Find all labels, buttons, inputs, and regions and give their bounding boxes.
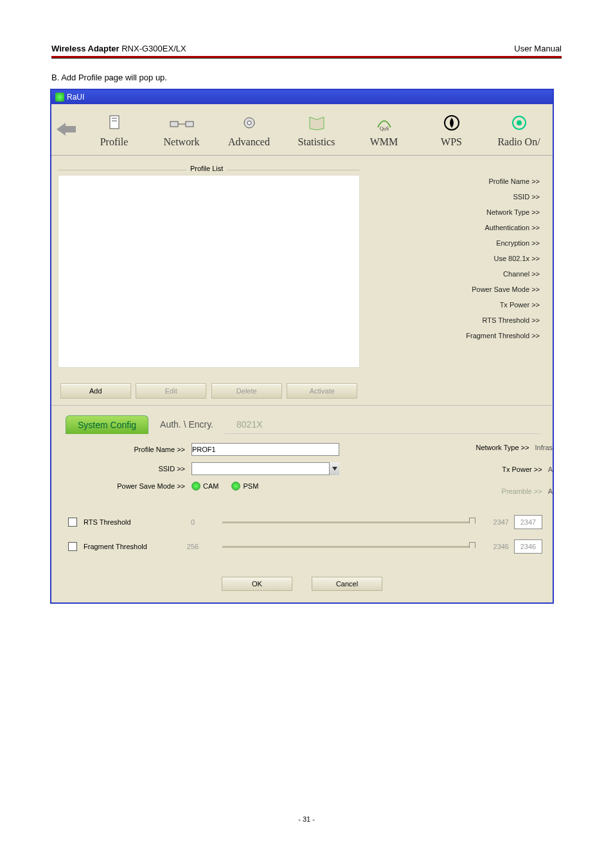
tab-wmm[interactable]: QoS WMM — [350, 112, 418, 148]
svg-text:QoS: QoS — [380, 126, 389, 131]
profile-list-box[interactable] — [58, 175, 360, 368]
network-type-label: Network Type >> — [475, 444, 529, 451]
preamble-label: Preamble >> — [502, 487, 542, 495]
rts-label: RTS Threshold — [84, 518, 167, 526]
doc-header-right: User Manual — [514, 44, 562, 53]
svg-marker-13 — [332, 467, 337, 471]
section-caption: B. Add Profile page will pop up. — [51, 73, 562, 82]
gear-icon — [215, 112, 283, 134]
network-icon — [148, 112, 215, 134]
app-icon — [55, 93, 64, 102]
thin-divider — [51, 58, 562, 59]
frag-checkbox[interactable] — [68, 542, 77, 551]
tab-system-config[interactable]: System Config — [66, 415, 148, 434]
tab-radio[interactable]: Radio On/ — [485, 112, 553, 148]
ssid-input[interactable] — [191, 462, 339, 475]
detail-encryption: Encryption >> — [373, 235, 546, 251]
qos-icon: QoS — [350, 112, 418, 134]
back-button[interactable] — [51, 123, 80, 137]
book-icon — [283, 112, 350, 134]
psm-option-label: PSM — [243, 482, 258, 490]
edit-button[interactable]: Edit — [136, 383, 206, 399]
rts-slider[interactable] — [222, 521, 473, 523]
detail-txpower: Tx Power >> — [373, 297, 546, 312]
radio-on-icon — [485, 112, 553, 134]
page-number: - 31 - — [0, 815, 613, 823]
window-title: RaUI — [67, 93, 84, 102]
svg-point-8 — [247, 121, 251, 125]
profile-name-label: Profile Name >> — [63, 446, 191, 453]
detail-rts: RTS Threshold >> — [373, 312, 546, 328]
tab-advanced[interactable]: Advanced — [215, 112, 283, 148]
detail-authentication: Authentication >> — [373, 220, 546, 235]
doc-header-left: Wireless Adapter RNX-G300EX/LX — [51, 44, 186, 53]
svg-rect-4 — [170, 122, 178, 127]
tab-auth-encry[interactable]: Auth. \ Encry. — [148, 415, 225, 434]
detail-profile-name: Profile Name >> — [373, 174, 546, 189]
svg-marker-0 — [57, 123, 76, 136]
rts-min: 0 — [167, 518, 218, 526]
frag-label: Fragment Threshold — [84, 543, 167, 550]
psm-radio[interactable] — [231, 482, 240, 491]
txpower-value: A — [548, 466, 553, 473]
rts-max: 2347 — [477, 518, 509, 526]
wps-icon — [418, 112, 485, 134]
detail-channel: Channel >> — [373, 266, 546, 282]
delete-button[interactable]: Delete — [211, 383, 282, 399]
txpower-label: Tx Power >> — [502, 466, 542, 473]
tab-8021x: 8021X — [225, 415, 274, 434]
activate-button[interactable]: Activate — [287, 383, 357, 399]
raui-window: RaUI Profile Network — [50, 89, 554, 604]
detail-network-type: Network Type >> — [373, 204, 546, 220]
tab-statistics[interactable]: Statistics — [283, 112, 350, 148]
window-titlebar[interactable]: RaUI — [51, 90, 553, 104]
network-type-value: Infras — [535, 444, 553, 451]
frag-min: 256 — [167, 543, 218, 550]
cancel-button[interactable]: Cancel — [312, 577, 382, 591]
detail-psm: Power Save Mode >> — [373, 282, 546, 297]
tab-wps[interactable]: WPS — [418, 112, 485, 148]
frag-max: 2346 — [477, 543, 509, 550]
detail-use8021x: Use 802.1x >> — [373, 251, 546, 266]
profile-list-title: Profile List — [186, 165, 227, 172]
svg-rect-5 — [186, 122, 193, 127]
svg-rect-1 — [110, 116, 119, 129]
tab-network[interactable]: Network — [148, 112, 215, 148]
ssid-dropdown-button[interactable] — [329, 462, 339, 475]
psm-label: Power Save Mode >> — [63, 482, 191, 490]
profile-icon — [80, 112, 148, 134]
ssid-label: SSID >> — [63, 465, 191, 473]
detail-frag: Fragment Threshold >> — [373, 328, 546, 343]
rts-checkbox[interactable] — [68, 518, 77, 527]
cam-label: CAM — [203, 482, 218, 490]
profile-name-input[interactable] — [191, 443, 339, 456]
frag-slider[interactable] — [222, 546, 473, 548]
tab-profile[interactable]: Profile — [80, 112, 148, 148]
rts-value[interactable]: 2347 — [514, 515, 542, 529]
svg-point-12 — [517, 120, 522, 125]
profile-details: Profile Name >> SSID >> Network Type >> … — [366, 156, 553, 405]
cam-radio[interactable] — [191, 482, 200, 491]
main-toolbar: Profile Network Advanced Statistics — [51, 104, 553, 156]
preamble-value: A — [548, 487, 553, 495]
add-button[interactable]: Add — [60, 383, 131, 399]
frag-value[interactable]: 2346 — [514, 539, 542, 554]
ok-button[interactable]: OK — [222, 577, 292, 591]
detail-ssid: SSID >> — [373, 189, 546, 204]
